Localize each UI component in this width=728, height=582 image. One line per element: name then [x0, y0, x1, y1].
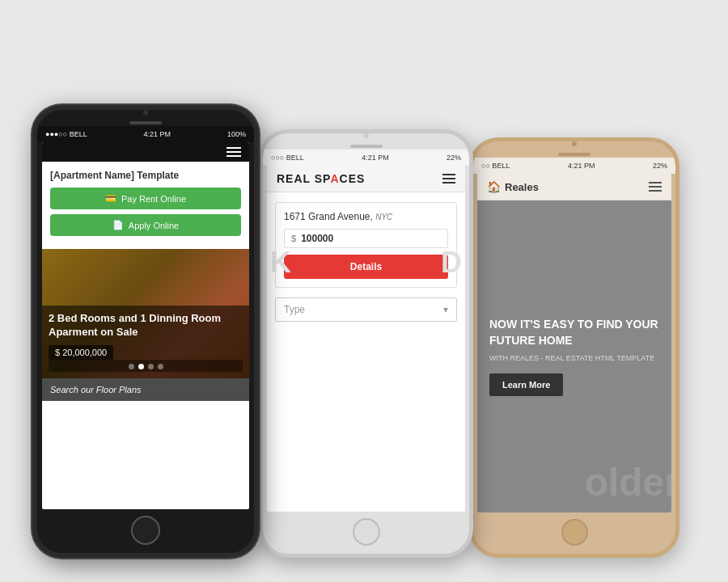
reales-brand: Reales — [505, 181, 539, 193]
slider-title: 2 Bed Rooms and 1 Dinning Room Aparment … — [49, 312, 243, 340]
home-button-gold[interactable] — [561, 519, 588, 546]
status-right-black: 100% — [227, 130, 246, 138]
carrier-black: ●●●○○ BELL — [45, 130, 87, 138]
hamburger-line3 — [226, 155, 241, 157]
dot-4 — [158, 364, 163, 369]
screen-black: [Apartment Name] Template 💳 Pay Rent Onl… — [42, 142, 249, 509]
phone-silver: ○○○ BELL 4:21 PM 22% REAL SPACES K — [259, 129, 473, 558]
slider-overlay: 2 Bed Rooms and 1 Dinning Room Aparment … — [42, 306, 249, 378]
credit-card-icon: 💳 — [105, 193, 116, 204]
camera-dot-silver — [364, 133, 369, 138]
slider-image: 2 Bed Rooms and 1 Dinning Room Aparment … — [42, 249, 249, 378]
brand-dot: A — [330, 172, 339, 185]
slider-dots — [49, 360, 243, 372]
ham-g2 — [649, 186, 662, 188]
status-bar-silver: ○○○ BELL 4:21 PM 22% — [263, 150, 469, 166]
carrier-silver: ○○○ BELL — [271, 154, 304, 162]
screen-silver: REAL SPACES K D 1671 Grand Avenue, NYC — [267, 166, 465, 512]
dot-2 — [138, 364, 144, 369]
speaker-black — [129, 121, 162, 124]
hero-subtitle: WITH REALES - REAL ESTATE HTML TEMPLATE — [489, 354, 654, 362]
home-button-silver[interactable] — [353, 518, 380, 546]
phone-gold: ○○ BELL 4:21 PM 22% 🏠 Reales NOW IT'S EA… — [469, 137, 679, 558]
apply-label: Apply Online — [129, 221, 179, 230]
ham-line1 — [442, 174, 455, 175]
ham-line2 — [442, 178, 455, 179]
hamburger-black[interactable] — [226, 147, 241, 157]
camera-dot-black — [143, 110, 148, 115]
dollar-sign: $ — [291, 234, 296, 243]
doc-icon: 📄 — [112, 220, 124, 230]
status-bar-black: ●●●○○ BELL 4:21 PM 100% — [37, 126, 254, 142]
hero-title: NOW IT'S EASY TO FIND YOUR FUTURE HOME — [489, 317, 659, 348]
pay-rent-label: Pay Rent Online — [121, 194, 186, 204]
price-row: $ 100000 — [284, 229, 448, 248]
hamburger-line1 — [226, 147, 241, 149]
time-black: 4:21 PM — [144, 130, 171, 138]
address-text: 1671 Grand Avenue, — [284, 211, 373, 222]
black-content: [Apartment Name] Template 💳 Pay Rent Onl… — [42, 162, 249, 249]
apply-online-button[interactable]: 📄 Apply Online — [50, 214, 241, 236]
ham-line3 — [442, 182, 455, 183]
carrier-gold: ○○ BELL — [481, 162, 510, 170]
time-silver: 4:21 PM — [362, 154, 389, 162]
house-icon: 🏠 — [487, 180, 501, 193]
listing-price: 100000 — [301, 233, 333, 244]
dot-3 — [148, 364, 154, 369]
speaker-gold — [558, 153, 590, 156]
phone-silver-top — [263, 133, 469, 150]
camera-dot-gold — [572, 141, 577, 146]
time-gold: 4:21 PM — [568, 162, 595, 170]
silver-navbar: REAL SPACES — [267, 166, 465, 192]
status-bar-gold: ○○ BELL 4:21 PM 22% — [473, 158, 675, 174]
phone-black-top — [37, 110, 254, 126]
black-slider: 2 Bed Rooms and 1 Dinning Room Aparment … — [42, 249, 249, 378]
apt-name: [Apartment Name] Template — [50, 170, 241, 181]
home-button-black[interactable] — [131, 516, 160, 545]
status-left-black: ●●●○○ BELL — [45, 130, 87, 138]
hero-section: NOW IT'S EASY TO FIND YOUR FUTURE HOME W… — [477, 200, 671, 512]
battery-silver: 22% — [447, 154, 461, 162]
dropdown-arrow-icon: ▾ — [443, 304, 448, 315]
hamburger-line2 — [226, 151, 241, 153]
phone-black: ●●●○○ BELL 4:21 PM 100% [Apartment Name]… — [32, 105, 259, 558]
speaker-silver — [350, 145, 383, 148]
brand-reales: 🏠 Reales — [487, 180, 539, 193]
phone-gold-bottom — [473, 512, 675, 554]
phone-silver-bottom — [263, 512, 469, 554]
scene: ●●●○○ BELL 4:21 PM 100% [Apartment Name]… — [16, 24, 712, 558]
type-dropdown[interactable]: Type ▾ — [275, 297, 457, 322]
dot-1 — [129, 364, 134, 369]
phone-black-bottom — [37, 509, 254, 553]
gold-navbar: 🏠 Reales — [477, 174, 671, 200]
brand-name-silver: REAL SPACES — [277, 172, 365, 185]
holder-text: older — [585, 460, 671, 504]
hamburger-gold[interactable] — [649, 182, 662, 192]
details-button[interactable]: Details — [284, 255, 448, 279]
listing-address: 1671 Grand Avenue, NYC — [284, 211, 448, 222]
search-footer: Search our Floor Plans — [42, 378, 249, 401]
battery-black: 100% — [227, 130, 246, 138]
city-text: NYC — [375, 213, 392, 221]
black-navbar — [42, 142, 249, 162]
pay-rent-button[interactable]: 💳 Pay Rent Online — [50, 188, 241, 209]
phone-gold-top — [473, 141, 675, 158]
hamburger-silver[interactable] — [442, 174, 455, 183]
listing-card: 1671 Grand Avenue, NYC $ 100000 Details — [275, 202, 457, 288]
slider-price: $ 20,000,000 — [49, 345, 113, 360]
dropdown-placeholder: Type — [284, 304, 305, 315]
ham-g1 — [649, 182, 662, 183]
ham-g3 — [649, 190, 662, 192]
learn-more-button[interactable]: Learn More — [489, 373, 563, 396]
screen-gold: 🏠 Reales NOW IT'S EASY TO FIND YOUR FUTU… — [477, 174, 671, 512]
battery-gold: 22% — [653, 162, 667, 170]
